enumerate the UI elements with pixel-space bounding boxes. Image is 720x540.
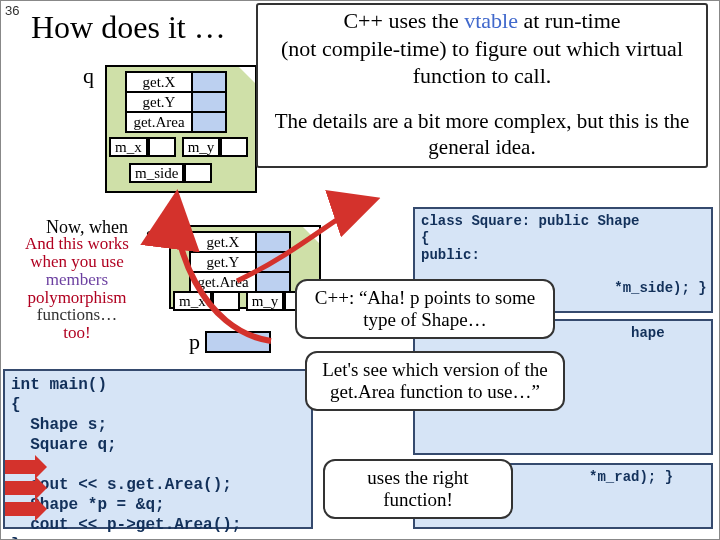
object-q-label: q xyxy=(83,63,94,89)
callout-line2: (not compile-time) to figure out which v… xyxy=(264,35,700,90)
highlight-arrow-icon xyxy=(5,481,35,495)
callout-line3: The details are a bit more complex, but … xyxy=(264,108,700,161)
pointer-p-label: p xyxy=(189,329,200,355)
code-main: int main() { Shape s; Square q; cout << … xyxy=(3,369,313,529)
vtable-q: get.X get.Y get.Area xyxy=(125,71,227,133)
narrative-stack: And this works when you use members poly… xyxy=(3,235,151,342)
callout-line1: C++ uses the vtable at run-time xyxy=(264,7,700,35)
callout-aha: C++: “Aha! p points to some type of Shap… xyxy=(295,279,555,339)
callout-which-version: Let's see which version of the get.Area … xyxy=(305,351,565,411)
explanation-callout: C++ uses the vtable at run-time (not com… xyxy=(256,3,708,168)
callout-right-function: uses the right function! xyxy=(323,459,513,519)
members-q-row2: m_side xyxy=(129,163,212,183)
highlight-arrow-icon xyxy=(5,460,35,474)
slide-title: How does it … xyxy=(31,9,226,46)
members-q-row1: m_x m_y xyxy=(109,137,248,157)
object-q-box: get.X get.Y get.Area m_x m_y m_side xyxy=(105,65,257,193)
highlight-arrow-icon xyxy=(5,502,35,516)
pointer-p-box xyxy=(205,331,271,353)
members-s-row1: m_x m_y xyxy=(173,291,312,311)
vtable-s: get.X get.Y get.Area xyxy=(189,231,291,293)
slide-number: 36 xyxy=(5,3,19,18)
